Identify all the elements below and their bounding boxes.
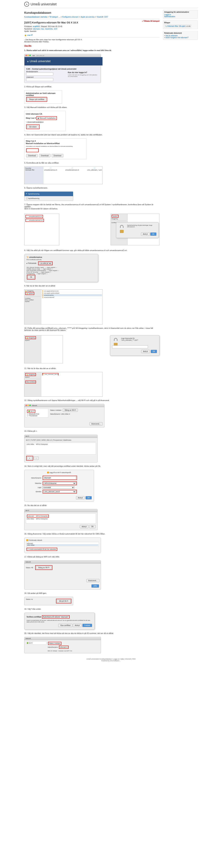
intro-text2: Använd Chrome eller Firefox. [24, 41, 160, 43]
crumb-view[interactable]: Visa/edit: 3257 [97, 16, 108, 18]
keychain-result: 🔒 Inloggning 🔒 System Certifikat Mina ce… [24, 289, 103, 324]
author-link[interactable]: angi0002 [33, 26, 40, 27]
step-13: 13. Klicka på +. [24, 430, 37, 432]
step-2: 2. Klicka på Skapa nytt certifikat. [24, 86, 52, 88]
keychain-login-result: 🔓 Inloggning System Mina certifikat 📜 um… [24, 372, 103, 397]
password-input[interactable] [26, 78, 53, 81]
keychain-drop: 🔓 Inloggning System [24, 335, 63, 363]
continue-cert-button[interactable]: Fortsätt [83, 624, 92, 627]
eduroam-ca-box: UmU eduroam CA Steg 1 av 2 ◉ Manuell ins… [24, 111, 66, 131]
step-15: 15. Nu ska det se ut såhär: [24, 504, 47, 506]
p12-password[interactable] [112, 345, 148, 348]
meta-author: Författare: angi0002, Skapad: 2013-dec-0… [24, 26, 160, 27]
keychain-window: System Inloggning Certifikat Nyckelhante… [110, 214, 160, 245]
continue-button[interactable]: Gå vidare [27, 125, 38, 128]
related-box: Relaterade dokument • Vad är eduroam • V… [163, 31, 198, 40]
create-cert-button[interactable]: Skapa nytt certifikat [27, 98, 46, 101]
step-19: 19. Välj Tvåa under. [24, 608, 41, 610]
step-18: 18. Gå sedan på Wifi igen. [24, 592, 47, 594]
login-box: Inloggning för administratörer Logga in … [163, 10, 198, 19]
step-9: 9. När du är klar ska den se ut såhär: [24, 285, 56, 287]
meta-lang: Språk: Swedish [24, 30, 160, 32]
step-3: 3. Välj Manuell installation och klicka … [24, 106, 67, 108]
wifi-on-button[interactable]: Slå på Wi-Fi [57, 599, 70, 603]
mode-select[interactable]: Automatisk [42, 486, 74, 489]
apply-button[interactable]: Utför [91, 584, 99, 588]
logo: ⊕ [24, 2, 29, 7]
autoconnect-panel: 📶 Prioriterade nätverk eduroam UMU-Wlan … [24, 537, 101, 553]
spotlight: 🔍 Nyckelhantering 📋 Nyckelhantering [24, 191, 73, 201]
breadcrumb: Kunskapsdatabasen startsida > Till kateg… [24, 16, 160, 18]
step-16: 16. Stäng Avancerat. Välj sedan klicka u… [24, 533, 105, 535]
tags-link[interactable]: eduroam, mac, mavericks, 10.9 [33, 28, 57, 30]
trust-select[interactable]: Lita alltid på [39, 262, 52, 265]
security-select[interactable]: WPA2-Enterprise [44, 482, 76, 485]
drag-source: 📄 umueduroamca.crt 📄 umueduroamca2.crt [24, 214, 59, 245]
advanced-result: Wi-Fi eduroam WPA2 Enterprise UMU-Wlan W… [24, 509, 97, 530]
attach-box: Bilagor 📎 Eduroam Mac 10x.pptx 1.8 Mb [163, 21, 198, 29]
step-6: 6. Öppna nyckelhanteraren. [24, 187, 48, 189]
wifi-off-button[interactable]: Stäng av Wi-Fi [36, 566, 52, 569]
step-12: 12. Stäng nyckelhanteraren och öppna Nät… [24, 399, 109, 401]
snar-ip[interactable]: snar IP [27, 34, 33, 36]
ssid-input[interactable] [44, 476, 76, 479]
page-title: Kunskapsdatabasen [24, 11, 160, 14]
network-apply: Nätverk Status: På Stäng av Wi-Fi Avance… [24, 560, 101, 590]
wifi-profile-dialog: 📶 Lägg till en Wi-Fi-nätverksprofil. Nät… [24, 470, 94, 502]
attach-file-link[interactable]: Eduroam Mac 10x.pptx [167, 25, 185, 27]
wifi-on-panel: Status: Av Slå på Wi-Fi [24, 597, 73, 606]
crumb-apple[interactable]: Apple på svenska [81, 16, 95, 18]
manual-install-box: Steg 2 av 2 Manuell installation av klie… [24, 138, 86, 159]
advanced-wifi: Wi-Fi Wi-Fi | TCP/IP | DNS | WINS | 802.… [24, 435, 97, 462]
footer: Umeå universitets Kunskapsdatabas | Logg… [24, 658, 198, 661]
crumb-conf[interactable]: Konfigurera eduroam [62, 16, 78, 18]
related-link-1[interactable]: Vad är eduroam [165, 35, 178, 37]
safari-window: ◀ ▶ cak.umu.se ⊕ Umeå universitet CAK - … [24, 54, 101, 83]
admin-link[interactable]: Administration [164, 16, 175, 18]
brand-name: Umeå universitet [31, 2, 57, 6]
ok-btn[interactable]: OK [150, 232, 156, 236]
crumb-cat[interactable]: Till kategori [49, 16, 58, 18]
intro-text: - Det finns en film som visar hur man ko… [24, 38, 160, 41]
admin-cert-box: Administration av UmU eduroam certifikat… [24, 90, 62, 104]
step-5: 5. Kontrollera att du fått ner alla cert… [24, 162, 59, 164]
identity-select[interactable]: umu_eduroam_cas-id [44, 490, 76, 493]
verify-cert-prompt: Verifiera certifikat Autentisera till nä… [24, 613, 95, 630]
step-11: 11. När du är klar ska det se ut såhär: [24, 367, 56, 369]
back-link[interactable]: « Tillbaka till kategori [142, 20, 160, 22]
related-link-2[interactable]: Varför fungerar inte eduroam? [165, 37, 188, 38]
final-connected: Nätverk 🟢 Wi-Fi Status: Ansluten Nätverk… [24, 637, 101, 653]
step-4: 4. Skriv ner lösenordet (det kan bland v… [24, 134, 102, 136]
step-17: 17. Klicka på Stäng av WiFi och välj Utf… [24, 556, 60, 558]
step-8: 8. Välj Lita alltid på när frågan om cer… [24, 249, 127, 251]
step-14: 14. Skriv in enligt bild, men välj ditt … [24, 465, 101, 467]
step-7: 7. Öppna mappen där du tankat ner filern… [24, 204, 153, 208]
login-link[interactable]: Logga in [164, 14, 171, 16]
downloads-finder: FavoriterHämtade filer 📄umueduroamca.crt… [24, 166, 103, 184]
article-title: [3257] Konfigurera eduroam för Mac OS X … [24, 21, 78, 24]
network-prefs: Nätverk 🟢 Wi-Fi ⚪ Bluetooth PAN ⚪ Thunde… [24, 404, 104, 427]
crumb-home[interactable]: Kunskapsdatabasen startsida [24, 16, 47, 18]
meta-tags: Nyckelord: eduroam, mac, mavericks, 10.9 [24, 28, 160, 30]
cancel-btn[interactable]: Avbryt [141, 232, 150, 236]
trust-prompt: 📜 umueduroamca Root certificate authorit… [24, 254, 98, 282]
step-1: 1. Starta safari och skriv in www.eduroa… [24, 49, 112, 51]
p12-password-prompt: Ange lösenordet för "umu_eduroam_***.p12… [110, 335, 160, 356]
step-20: 20. Välj din identitet, det finns med at… [24, 632, 114, 634]
add-button[interactable]: + [27, 457, 32, 460]
advanced-button[interactable]: Avancerat... [90, 422, 102, 426]
username-input[interactable] [26, 72, 53, 75]
film-link[interactable]: Visa film [24, 45, 31, 47]
step-10: 10. Flytta ditt personliga certifikat(t.… [24, 327, 153, 331]
